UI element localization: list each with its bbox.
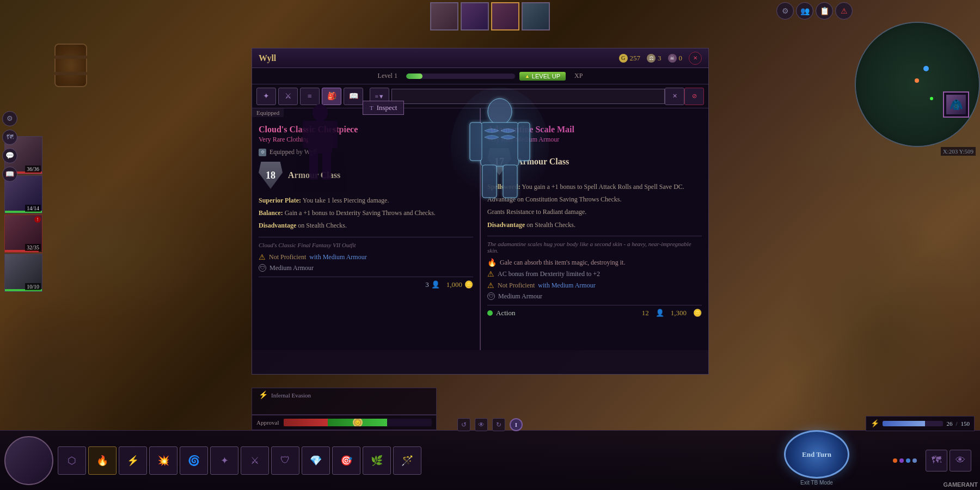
warning-text-1: Not Proficient (269, 253, 306, 261)
hud-icon-alert[interactable]: ⚠ (835, 2, 853, 20)
top-portrait-1[interactable] (430, 2, 458, 30)
approval-dot-marker: 😐 (353, 419, 363, 426)
level-up-button[interactable]: LEVEL UP (519, 72, 566, 81)
ability-7[interactable]: ⚔ (241, 446, 269, 475)
hud-main-portrait[interactable] (4, 436, 53, 485)
eye-button[interactable]: 👁 (475, 418, 488, 431)
tab-journal[interactable]: 📖 (344, 88, 363, 105)
comp-prop-name-4: Disadvantage (487, 221, 525, 229)
hud-icon-2[interactable]: 👥 (796, 2, 813, 20)
ability-9[interactable]: 💎 (302, 446, 330, 475)
ability-3[interactable]: ⚡ (119, 446, 147, 475)
comparison-warning-line: ⚠ Not Proficient with Medium Armour (487, 281, 702, 290)
edge-icon-1[interactable]: ⚙ (2, 111, 17, 126)
ability-1[interactable]: ⬡ (58, 446, 86, 475)
extra-icon-1[interactable]: 🗺 (926, 450, 947, 471)
action-dot (487, 310, 493, 316)
portrait-2-hp: 14/14 (25, 205, 41, 212)
comp-prop-4: Disadvantage on Stealth Checks. (487, 220, 702, 230)
edge-icon-3[interactable]: 💬 (2, 148, 17, 163)
search-input[interactable] (391, 89, 665, 104)
absorb-icon: 🔥 (487, 258, 497, 267)
ability-8[interactable]: 🛡 (271, 446, 299, 475)
edge-icon-4[interactable]: 📖 (2, 167, 17, 182)
comparison-flavour-text: The adamantine scales hug your body like… (487, 241, 702, 254)
filter-button[interactable]: ⊘ (684, 88, 704, 105)
level-text: Level 1 (378, 72, 397, 80)
comp-prop-desc-1: You gain a +1 bonus to Spell Attack Roll… (522, 183, 684, 191)
exit-tb-button[interactable]: Exit TB Mode (800, 480, 833, 486)
comparison-ac-row: 17 Armour Class (487, 148, 702, 175)
level-progress: LEVEL UP (406, 72, 566, 81)
panel-title: Wyll (259, 53, 276, 63)
gold-coin-icon: 🪙 (464, 280, 473, 289)
rotate-right-button[interactable]: ↻ (492, 418, 505, 431)
comparison-ac-label: Armour Class (517, 157, 569, 167)
portrait-4-hp: 10/10 (25, 283, 41, 290)
stat-value-left: 26 (946, 420, 952, 427)
extra-hud-icons: 🗺 👁 (926, 450, 971, 471)
magic-absorb-line: 🔥 Gale can absorb this item's magic, des… (487, 258, 702, 267)
ability-10[interactable]: 🎯 (332, 446, 360, 475)
prop-name-2: Balance: (259, 209, 283, 217)
dot-orange (893, 458, 897, 463)
prop-desc-3: on Stealth Checks. (298, 222, 347, 229)
equipped-panel-footer: 3 👤 1,000 🪙 (259, 277, 473, 292)
equipped-ac-shield: 18 (259, 162, 283, 189)
warning-link-1: with Medium Armour (309, 253, 366, 261)
minimap-marker-3 (930, 97, 933, 100)
ability-12[interactable]: 🪄 (393, 446, 421, 475)
equipped-item-panel: Equipped Cloud's Classic Chestpiece Very… (252, 108, 480, 350)
minimap[interactable] (855, 22, 980, 147)
comp-prop-desc-3: Grants Resistance to Radiant damage. (487, 208, 586, 216)
approval-progress-bar: 😐 (284, 419, 432, 426)
tab-inventory[interactable]: 🎒 (322, 88, 341, 105)
portrait-3-status: ! (34, 216, 41, 223)
top-portrait-4[interactable] (522, 2, 550, 30)
inspect-t-icon: T (370, 105, 373, 111)
edge-icon-2[interactable]: 🗺 (2, 130, 17, 145)
action-right: 12 👤 1,300 🪙 (642, 309, 702, 317)
inspect-label: Inspect (377, 103, 397, 112)
equipped-gold-stat: 1,000 🪙 (446, 280, 473, 289)
top-portrait-3[interactable] (491, 2, 519, 30)
infernal-icon: ⚡ (259, 390, 268, 400)
equipped-weight-val: 3 (425, 280, 429, 289)
divider-2 (487, 236, 702, 236)
portrait-3[interactable]: 32/35 ! (4, 215, 42, 253)
comparison-ac-number: 17 (494, 156, 504, 168)
tab-skills[interactable]: ≡ (300, 88, 320, 105)
prop-name-3: Disadvantage (259, 222, 296, 229)
infernal-evasion-area: ⚡ Infernal Evasion (252, 388, 437, 415)
comp-prop-1: Spellsword: You gain a +1 bonus to Spell… (487, 182, 702, 192)
comparison-gold: 1,300 (671, 309, 687, 317)
top-portrait-2[interactable] (461, 2, 489, 30)
minimap-terrain (856, 23, 979, 146)
panel-header: Wyll G 257 ⚖ 3 ☠ 0 ✕ (252, 48, 708, 68)
tab-actions[interactable]: ⚔ (278, 88, 298, 105)
inventory-thumbnail[interactable]: 🧥 (943, 91, 969, 118)
tab-spells[interactable]: ✦ (256, 88, 276, 105)
ability-2[interactable]: 🔥 (88, 446, 117, 475)
i-button[interactable]: I (510, 418, 523, 431)
rotate-left-button[interactable]: ↺ (457, 418, 470, 431)
portrait-4[interactable]: 10/10 (4, 254, 42, 292)
ability-6[interactable]: ✦ (210, 446, 238, 475)
ability-11[interactable]: 🌿 (363, 446, 391, 475)
search-clear-button[interactable]: ✕ (665, 88, 684, 105)
ability-5[interactable]: 🌀 (180, 446, 208, 475)
comp-prop-3: Grants Resistance to Radiant damage. (487, 207, 702, 217)
close-panel-button[interactable]: ✕ (689, 52, 702, 65)
hud-icon-3[interactable]: 📋 (816, 2, 833, 20)
ability-4[interactable]: 💥 (149, 446, 177, 475)
tab-bar: ✦ ⚔ ≡ 🎒 📖 ≡▼ ✕ ⊘ (252, 84, 708, 108)
hud-icon-1[interactable]: ⚙ (776, 2, 794, 20)
gold-icon: G (619, 54, 628, 63)
weight-icon-2: 👤 (656, 309, 664, 317)
end-turn-button[interactable]: End Turn (784, 430, 849, 479)
inspect-button[interactable]: T Inspect (363, 101, 404, 115)
currency-weight: ⚖ 3 (647, 54, 661, 63)
stat-value-right: / (955, 420, 957, 427)
comparison-area: Equipped Cloud's Classic Chestpiece Very… (252, 108, 708, 350)
extra-icon-2[interactable]: 👁 (950, 450, 971, 471)
